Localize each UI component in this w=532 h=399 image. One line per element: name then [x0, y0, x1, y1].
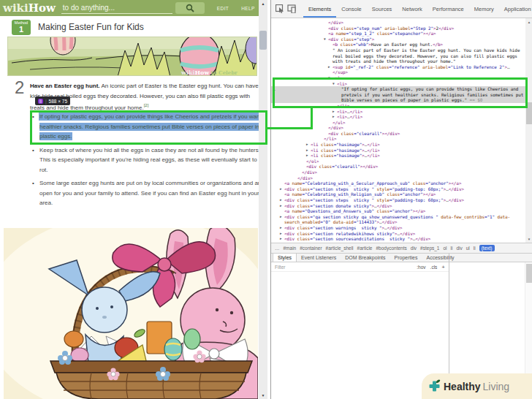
tree-scroll-down-arrow[interactable]: ▼ [525, 235, 532, 243]
search-input[interactable]: to do anything... [61, 3, 172, 14]
breadcrumb-item[interactable]: #bodycontents [376, 246, 406, 251]
dom-tree-line[interactable]: </div> [271, 170, 525, 175]
scroll-down-arrow[interactable]: ▼ [259, 392, 267, 399]
page-scrollbar[interactable]: ▲ ▼ [259, 0, 267, 399]
dom-token-tag: > [372, 37, 375, 42]
dom-token-tag: <li> [337, 114, 347, 119]
dom-tree-line[interactable]: ▶<div class="section donate sticky">…</d… [271, 203, 525, 209]
dom-tree-line[interactable]: ▶<li class="hasimage">…</li> [271, 142, 525, 148]
sidebar-tab-styles[interactable]: Styles [273, 254, 297, 262]
breadcrumb-item[interactable]: … [275, 246, 280, 251]
dom-tree-line[interactable]: " An iconic part of Easter is the Easter… [271, 48, 525, 64]
devtools-tab-bar: ElementsConsoleSourcesNetworkPerformance… [303, 0, 532, 18]
breadcrumb-item[interactable]: ul [466, 246, 470, 251]
article-bullet: Keep track of where you hid all the eggs… [32, 145, 259, 175]
tab-memory[interactable]: Memory [469, 0, 499, 18]
dom-token-tag: </div> [382, 219, 398, 224]
breadcrumb-item[interactable]: #steps_1 [420, 246, 439, 251]
dom-tree-line[interactable]: ▶<div class="section steps sticky " styl… [271, 186, 525, 192]
dom-token-val: ="step_1_2" [346, 31, 375, 36]
page-scrollbar-thumb[interactable] [259, 31, 267, 50]
dom-token-tag: </div> [302, 170, 317, 175]
inspect-element-icon[interactable] [276, 4, 284, 14]
breadcrumb-item[interactable]: div [411, 246, 417, 251]
dom-token-val: ="anchor" [400, 191, 423, 197]
reference-link[interactable]: [2] [144, 103, 149, 107]
wikihow-logo[interactable]: wikiHow [3, 0, 56, 16]
dom-tree-line[interactable]: ▼<div class="step"> [271, 37, 525, 42]
breadcrumb-item[interactable]: div [456, 246, 462, 251]
breadcrumb-item[interactable]: #article_shell [326, 246, 354, 251]
dom-tree-line[interactable]: </div> [271, 20, 525, 26]
dom-tree-line[interactable]: <div class="step_num" aria-label="Step 2… [271, 26, 525, 31]
dom-tree-line[interactable]: </li> [271, 136, 525, 142]
wikihow-header: wikiHow to do anything... EDIT HELP [0, 0, 259, 16]
dom-tree-line[interactable]: ▶<div class="section warnings sticky ">…… [271, 225, 525, 231]
sidebar-tab-dom-breakpoints[interactable]: DOM Breakpoints [341, 254, 390, 262]
dom-token-attr: name [333, 31, 346, 36]
dom-tree-line[interactable]: </sup> [271, 69, 525, 75]
dom-tree-line[interactable]: ▶<div class="section sourcesandcitations… [271, 236, 525, 242]
breadcrumb-item[interactable]: #article [357, 246, 373, 251]
dom-tree-line[interactable]: <div class="clearall"></div> [271, 131, 525, 137]
dom-tree-line[interactable]: ▶<li>…</li> [271, 109, 525, 115]
sidebar-tab-event-listeners[interactable]: Event Listeners [297, 254, 341, 262]
annotation-connector-vertical [311, 108, 313, 129]
dom-tree-line[interactable]: ▶<div class="qa section sticky qa_show_u… [271, 214, 525, 225]
tab-console[interactable]: Console [336, 0, 367, 18]
dom-tree-line[interactable]: </ul> [271, 120, 525, 126]
breadcrumb-item[interactable]: #main [284, 246, 297, 251]
dom-tree-line[interactable]: ▶<div class="section steps sticky " styl… [271, 197, 525, 203]
scroll-up-arrow[interactable]: ▲ [259, 0, 267, 7]
dom-tree-line[interactable]: ▶<li class="hasimage">…</li> [271, 153, 525, 159]
dom-tree-line[interactable]: <a name="Celebrating_with_Religion_sub" … [271, 191, 525, 197]
breadcrumb-item[interactable]: li [474, 246, 476, 251]
toggle-element-state-button[interactable]: :hov [417, 265, 425, 270]
dom-token-attr: class [373, 64, 389, 69]
dom-tree-line[interactable]: ▶<li>…</li> [271, 114, 525, 120]
breadcrumb-item[interactable]: li [451, 246, 453, 251]
tab-performance[interactable]: Performance [428, 0, 469, 18]
help-link[interactable]: HELP [241, 6, 255, 11]
dom-token-attr: name [289, 208, 303, 213]
tab-network[interactable]: Network [397, 0, 428, 18]
dom-tree-line[interactable]: </ol> [271, 159, 525, 164]
tab-application[interactable]: Application [499, 0, 532, 18]
dom-token-tag: </li> [367, 142, 380, 147]
dom-tree-line[interactable]: </div> [271, 175, 525, 181]
healthy-label: Healthy [444, 381, 481, 392]
dom-token-attr: class [294, 186, 310, 191]
device-toolbar-icon[interactable] [287, 4, 296, 14]
styles-scrollbar-thumb[interactable] [526, 264, 532, 283]
dom-tree-line[interactable]: ▶<sup id="_ref-2" class="reference" aria… [271, 64, 525, 70]
sidebar-tab-accessibility[interactable]: Accessibility [422, 254, 458, 262]
element-classes-button[interactable]: .cls [430, 265, 438, 270]
dom-token-dim: … [507, 64, 510, 69]
dom-tree-line[interactable]: <b class="whb">Have an Easter egg hunt.<… [271, 42, 525, 48]
tab-elements[interactable]: Elements [303, 0, 336, 18]
dom-tree-line[interactable]: ▶<li class="hasimage">…</li> [271, 148, 525, 153]
dom-tree-line[interactable]: <div class="clearall"></div> [271, 164, 525, 170]
dom-token-tag: <a [284, 208, 289, 213]
dom-tree-scrollbar[interactable]: ▲ ▼ [525, 18, 532, 243]
dom-token-tag: <li> [337, 109, 347, 114]
dom-token-tag: </div> [387, 225, 403, 230]
breadcrumb-item[interactable]: #container [300, 246, 322, 251]
dom-tree-line[interactable]: <a name="step_1_2" class="stepanchor"></… [271, 31, 525, 37]
dom-token-tag: </ol> [306, 159, 319, 164]
tree-scroll-up-arrow[interactable]: ▲ [525, 18, 532, 26]
dom-token-val: ="0" [320, 219, 330, 224]
tab-sources[interactable]: Sources [367, 0, 398, 18]
logo-wiki: wiki [3, 1, 28, 15]
search-button[interactable] [175, 2, 205, 14]
dom-tree-line[interactable]: ▶<div class="section relatedwikihows sti… [271, 231, 525, 237]
breadcrumb-item[interactable]: (text) [479, 245, 495, 251]
edit-link[interactable]: EDIT [217, 6, 229, 11]
sidebar-tab-properties[interactable]: Properties [390, 254, 422, 262]
breadcrumb-item[interactable]: ol [443, 246, 446, 251]
new-style-rule-button[interactable]: + [441, 264, 445, 270]
dom-tree-line[interactable]: <a name="Questions_and_Answers_sub" clas… [271, 208, 525, 214]
styles-filter-input[interactable]: Filter [275, 265, 285, 270]
dom-tree-line[interactable]: <a name="Celebrating_with_a_Secular_Appr… [271, 180, 525, 186]
inspect-dimension-tooltip: li | 588 × 75 [35, 96, 70, 105]
